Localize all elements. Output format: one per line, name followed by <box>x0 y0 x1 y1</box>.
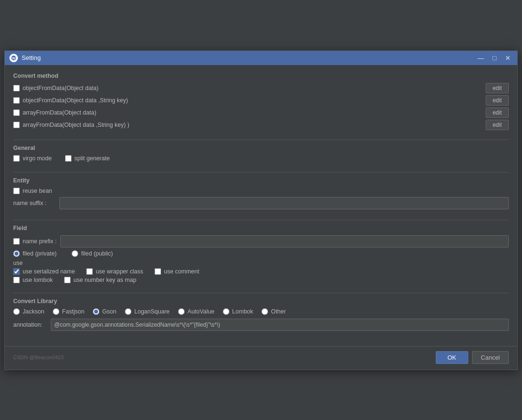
field-private-radio[interactable] <box>13 250 20 257</box>
convert-method-row-3: arrayFromData(Object data) edit <box>13 107 509 118</box>
use-wrapper-class-label[interactable]: use wrapper class <box>86 268 143 275</box>
method-1-edit-button[interactable]: edit <box>486 83 509 93</box>
use-serialized-name-label[interactable]: use serialized name <box>13 268 75 275</box>
ok-button[interactable]: OK <box>436 351 468 364</box>
close-button[interactable]: ✕ <box>503 54 513 62</box>
lib-autovalue-label[interactable]: AutoValue <box>178 308 214 315</box>
reuse-bean-row: reuse bean <box>13 188 509 194</box>
use-comment-label[interactable]: use comment <box>155 268 199 275</box>
window-controls: — □ ✕ <box>476 54 513 62</box>
convert-method-section: Convert method objectFromData(Object dat… <box>13 73 509 132</box>
lib-gson-label[interactable]: Gson <box>93 308 116 315</box>
method-1-checkbox[interactable] <box>13 85 20 91</box>
virgo-mode-checkbox[interactable] <box>13 155 20 162</box>
general-section: General virgo mode split generate <box>13 145 509 165</box>
use-lombok-label[interactable]: use lombok <box>13 277 53 283</box>
footer-text: CSDN @Beacon0423 <box>13 351 432 364</box>
lib-lombok-label[interactable]: Lombok <box>223 308 253 315</box>
lib-autovalue-radio[interactable] <box>178 308 185 315</box>
method-3-edit-button[interactable]: edit <box>486 107 509 118</box>
name-prefix-checkbox-label[interactable]: name prefix : <box>13 238 57 245</box>
lib-lombok-radio[interactable] <box>223 308 229 315</box>
convert-method-row-2: objectFromData(Object data ,String key) … <box>13 95 509 106</box>
convert-library-title: Convert Library <box>13 298 509 305</box>
lib-other-label[interactable]: Other <box>261 308 285 315</box>
method-2-edit-button[interactable]: edit <box>486 95 509 106</box>
virgo-mode-label[interactable]: virgo mode <box>13 155 52 162</box>
divider-4 <box>13 293 509 293</box>
name-prefix-checkbox[interactable] <box>13 238 20 245</box>
use-number-key-checkbox[interactable] <box>64 277 71 283</box>
use-options-row-2: use lombok use number key as map <box>13 277 509 283</box>
method-3-checkbox[interactable] <box>13 109 20 116</box>
field-public-label[interactable]: filed (public) <box>72 250 113 257</box>
convert-method-title: Convert method <box>13 73 509 79</box>
name-suffix-label: name suffix : <box>13 200 56 206</box>
method-1-label[interactable]: objectFromData(Object data) <box>13 85 98 91</box>
entity-section: Entity reuse bean name suffix : <box>13 177 509 212</box>
cancel-button[interactable]: Cancel <box>472 351 509 364</box>
field-public-radio[interactable] <box>72 250 78 257</box>
use-options-row-1: use serialized name use wrapper class us… <box>13 268 509 275</box>
maximize-button[interactable]: □ <box>491 54 498 62</box>
settings-content: Convert method objectFromData(Object dat… <box>5 65 517 346</box>
reuse-bean-label[interactable]: reuse bean <box>13 188 52 194</box>
convert-method-row-4: arrayFromData(Object data ,String key) )… <box>13 120 509 130</box>
general-title: General <box>13 145 509 151</box>
split-generate-checkbox[interactable] <box>65 155 72 162</box>
app-logo: W <box>9 54 18 62</box>
field-private-label[interactable]: filed (private) <box>13 250 57 257</box>
method-4-label[interactable]: arrayFromData(Object data ,String key) ) <box>13 122 129 128</box>
split-generate-label[interactable]: split generate <box>65 155 110 162</box>
lib-logansquare-radio[interactable] <box>125 308 131 315</box>
lib-logansquare-label[interactable]: LoganSquare <box>125 308 170 315</box>
method-2-label[interactable]: objectFromData(Object data ,String key) <box>13 97 128 104</box>
lib-gson-radio[interactable] <box>93 308 99 315</box>
use-lombok-checkbox[interactable] <box>13 277 20 283</box>
lib-jackson-label[interactable]: Jackson <box>13 308 44 315</box>
annotation-row: annotation: <box>13 319 509 331</box>
method-3-label[interactable]: arrayFromData(Object data) <box>13 109 96 116</box>
name-suffix-row: name suffix : <box>13 197 509 209</box>
use-wrapper-class-checkbox[interactable] <box>86 268 93 275</box>
name-prefix-input[interactable] <box>60 235 509 247</box>
lib-other-radio[interactable] <box>261 308 268 315</box>
bottom-bar: CSDN @Beacon0423 OK Cancel <box>5 346 517 370</box>
general-options-row: virgo mode split generate <box>13 155 509 162</box>
field-section: Field name prefix : filed (private) file… <box>13 225 509 285</box>
use-label: use <box>13 260 509 266</box>
title-bar: W Setting — □ ✕ <box>5 51 517 65</box>
library-options-row: Jackson Fastjson Gson LoganSquare AutoVa… <box>13 308 509 315</box>
use-number-key-label[interactable]: use number key as map <box>64 277 136 283</box>
method-2-checkbox[interactable] <box>13 97 20 104</box>
annotation-label: annotation: <box>13 321 47 328</box>
entity-title: Entity <box>13 177 509 184</box>
divider-1 <box>13 140 509 140</box>
convert-library-section: Convert Library Jackson Fastjson Gson Lo… <box>13 298 509 335</box>
field-title: Field <box>13 225 509 231</box>
method-4-checkbox[interactable] <box>13 122 20 128</box>
annotation-input[interactable] <box>51 319 509 331</box>
use-serialized-name-checkbox[interactable] <box>13 268 20 275</box>
name-prefix-row: name prefix : <box>13 235 509 247</box>
divider-3 <box>13 220 509 220</box>
use-comment-checkbox[interactable] <box>155 268 161 275</box>
window-title: Setting <box>22 54 472 61</box>
lib-fastjson-label[interactable]: Fastjson <box>53 308 84 315</box>
reuse-bean-checkbox[interactable] <box>13 188 20 194</box>
name-suffix-input[interactable] <box>59 197 509 209</box>
svg-text:W: W <box>12 56 16 60</box>
lib-jackson-radio[interactable] <box>13 308 20 315</box>
field-type-row: filed (private) filed (public) <box>13 250 509 257</box>
divider-2 <box>13 172 509 173</box>
minimize-button[interactable]: — <box>476 54 486 62</box>
lib-fastjson-radio[interactable] <box>53 308 59 315</box>
settings-window: W Setting — □ ✕ Convert method objectFro… <box>4 50 518 370</box>
method-4-edit-button[interactable]: edit <box>486 120 509 130</box>
convert-method-row-1: objectFromData(Object data) edit <box>13 83 509 93</box>
